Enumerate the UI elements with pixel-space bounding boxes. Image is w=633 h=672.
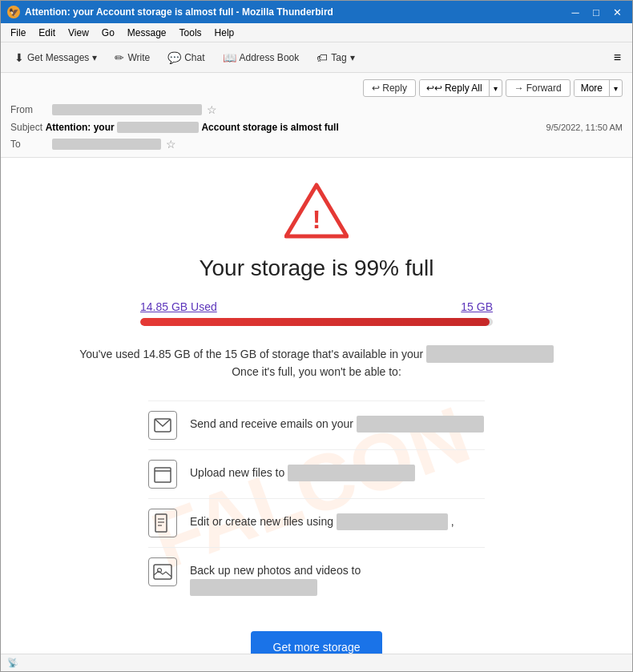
svg-text:!: ! [312, 205, 321, 234]
reply-all-main[interactable]: ↩↩ Reply All [420, 80, 490, 96]
subject-blurred: ████████████ [117, 122, 199, 133]
email-content: FALCON ! Your storage is 99% full 14.85 … [36, 158, 597, 654]
reply-all-dropdown[interactable]: ▾ [490, 82, 502, 95]
app-window: 🦅 Attention: your Account storage is alm… [0, 0, 633, 672]
used-link[interactable]: 14.85 GB Used [140, 300, 217, 313]
to-row: To ████████████████ ☆ [10, 135, 623, 154]
body-text-1: You've used 14.85 GB of the 15 GB of sto… [79, 348, 423, 360]
menu-bar: File Edit View Go Message Tools Help [1, 23, 632, 42]
email-date: 9/5/2022, 11:50 AM [546, 123, 623, 132]
warning-icon: ! [284, 182, 349, 239]
reply-label: Reply [382, 82, 407, 94]
menu-view[interactable]: View [62, 26, 95, 40]
body-text-2: Once it's full, you won't be able to: [232, 365, 401, 378]
get-more-storage-button[interactable]: Get more storage [251, 631, 383, 654]
email-feature-icon [148, 411, 177, 440]
files-feature-icon [148, 460, 177, 489]
body-text: You've used 14.85 GB of the 15 GB of sto… [68, 345, 565, 381]
cta-container: Get more storage [68, 631, 565, 654]
subject-content: Subject Attention: your ████████████ Acc… [10, 121, 339, 133]
feature-text-email: Send and receive emails on your ████████… [190, 411, 484, 433]
total-link[interactable]: 15 GB [461, 300, 493, 313]
forward-button[interactable]: → Forward [506, 79, 571, 97]
address-book-button[interactable]: 📖 Address Book [216, 48, 307, 67]
app-icon: 🦅 [7, 6, 20, 18]
write-button[interactable]: ✏ Write [107, 48, 157, 67]
subject-label: Subject [10, 122, 42, 133]
menu-tools[interactable]: Tools [173, 26, 208, 40]
files-text-pre: Upload new files to [190, 466, 288, 479]
from-star[interactable]: ☆ [207, 103, 217, 116]
tag-label: Tag [331, 52, 346, 63]
more-dropdown[interactable]: ▾ [610, 82, 622, 95]
main-title: Your storage is 99% full [68, 256, 565, 281]
body-blurred: ████████████████ [426, 345, 554, 363]
svg-rect-4 [155, 514, 167, 532]
menu-help[interactable]: Help [208, 26, 241, 40]
email-body[interactable]: FALCON ! Your storage is 99% full 14.85 … [1, 158, 632, 654]
reply-all-label: Reply All [445, 82, 482, 94]
maximize-button[interactable]: □ [587, 5, 605, 19]
subject-row: Subject Attention: your ████████████ Acc… [10, 119, 623, 135]
reply-all-button: ↩↩ Reply All ▾ [419, 79, 502, 97]
feature-item-docs: Edit or create new files using █████████… [148, 498, 485, 547]
menu-go[interactable]: Go [95, 26, 121, 40]
email-actions: ↩ Reply ↩↩ Reply All ▾ → Forward More ▾ [10, 76, 623, 100]
feature-text-docs: Edit or create new files using █████████… [190, 509, 454, 530]
get-messages-button[interactable]: ⬇ Get Messages ▾ [7, 48, 104, 67]
storage-labels: 14.85 GB Used 15 GB [140, 300, 493, 313]
docs-feature-icon [148, 509, 177, 537]
feature-text-photos: Back up new photos and videos to ███████… [190, 557, 485, 596]
progress-bar-bg [140, 318, 493, 326]
more-button: More ▾ [574, 79, 623, 97]
docs-text-blurred: ██████████████ [337, 513, 448, 530]
minimize-button[interactable]: ─ [566, 5, 584, 19]
feature-text-files: Upload new files to ████████████████ [190, 460, 415, 481]
to-star[interactable]: ☆ [166, 138, 176, 151]
menu-message[interactable]: Message [121, 26, 173, 40]
chat-label: Chat [184, 52, 204, 63]
forward-icon: → [514, 82, 524, 94]
photos-text-pre: Back up new photos and videos to [190, 564, 361, 577]
write-label: Write [127, 52, 150, 63]
svg-rect-8 [154, 565, 171, 579]
more-main[interactable]: More [575, 80, 610, 96]
photos-feature-icon [148, 557, 177, 586]
address-book-icon: 📖 [223, 51, 236, 64]
title-bar-left: 🦅 Attention: your Account storage is alm… [7, 6, 333, 18]
content-inner: ! Your storage is 99% full 14.85 GB Used… [68, 182, 565, 654]
email-text-pre: Send and receive emails on your [190, 417, 357, 430]
window-title: Attention: your Account storage is almos… [25, 6, 333, 18]
menu-file[interactable]: File [4, 26, 32, 40]
title-bar: 🦅 Attention: your Account storage is alm… [1, 1, 632, 23]
status-bar: 📡 [1, 654, 632, 671]
chat-icon: 💬 [167, 51, 181, 64]
email-text-blurred: ████████████████ [357, 416, 484, 433]
to-value: ████████████████ [52, 139, 161, 150]
svg-rect-3 [155, 468, 171, 482]
status-icon: 📡 [7, 658, 18, 668]
chat-button[interactable]: 💬 Chat [160, 48, 212, 67]
reply-button[interactable]: ↩ Reply [363, 79, 416, 97]
subject-text: Attention: your ████████████ Account sto… [46, 122, 339, 133]
more-label: More [581, 82, 603, 94]
toolbar: ⬇ Get Messages ▾ ✏ Write 💬 Chat 📖 Addres… [1, 42, 632, 73]
to-label: To [10, 139, 52, 150]
toolbar-menu-icon[interactable]: ≡ [609, 49, 626, 66]
reply-all-icon: ↩↩ [426, 82, 442, 94]
from-value: ██████████████████████ [52, 104, 202, 115]
progress-bar-fill [140, 318, 490, 326]
write-icon: ✏ [115, 51, 124, 64]
tag-icon: 🏷 [316, 51, 328, 64]
menu-edit[interactable]: Edit [32, 26, 62, 40]
feature-item-photos: Back up new photos and videos to ███████… [148, 547, 485, 606]
tag-arrow[interactable]: ▾ [350, 52, 355, 63]
close-button[interactable]: ✕ [608, 5, 626, 19]
photos-text-blurred: ████████████████ [190, 579, 317, 596]
get-messages-arrow[interactable]: ▾ [92, 52, 97, 63]
storage-section: 14.85 GB Used 15 GB [140, 300, 493, 326]
subject-bold: Attention: your [46, 122, 115, 133]
reply-icon: ↩ [372, 82, 380, 94]
tag-button[interactable]: 🏷 Tag ▾ [309, 48, 361, 67]
email-header: ↩ Reply ↩↩ Reply All ▾ → Forward More ▾ [1, 73, 632, 158]
